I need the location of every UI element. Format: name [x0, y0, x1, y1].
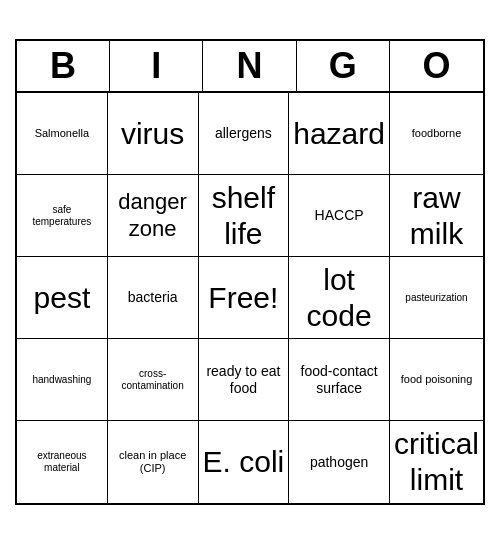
cell-text: handwashing	[32, 374, 91, 386]
bingo-cell[interactable]: ready to eat food	[199, 339, 290, 421]
cell-text: foodborne	[412, 127, 462, 140]
cell-text: hazard	[293, 116, 385, 152]
bingo-cell[interactable]: pasteurization	[390, 257, 483, 339]
bingo-cell[interactable]: bacteria	[108, 257, 199, 339]
cell-text: raw milk	[394, 180, 479, 252]
bingo-cell[interactable]: pest	[17, 257, 108, 339]
bingo-cell[interactable]: danger zone	[108, 175, 199, 257]
cell-text: Free!	[208, 280, 278, 316]
bingo-header: BINGO	[17, 41, 483, 93]
cell-text: E. coli	[203, 444, 285, 480]
bingo-cell[interactable]: virus	[108, 93, 199, 175]
cell-text: critical limit	[394, 426, 479, 498]
bingo-cell[interactable]: hazard	[289, 93, 390, 175]
bingo-cell[interactable]: food poisoning	[390, 339, 483, 421]
header-letter: N	[203, 41, 296, 91]
cell-text: clean in place (CIP)	[112, 449, 194, 475]
bingo-cell[interactable]: critical limit	[390, 421, 483, 503]
header-letter: G	[297, 41, 390, 91]
bingo-cell[interactable]: allergens	[199, 93, 290, 175]
cell-text: lot code	[293, 262, 385, 334]
cell-text: pasteurization	[405, 292, 467, 304]
bingo-cell[interactable]: pathogen	[289, 421, 390, 503]
bingo-cell[interactable]: HACCP	[289, 175, 390, 257]
cell-text: bacteria	[128, 289, 178, 306]
bingo-card: BINGO Salmonellavirusallergenshazardfood…	[15, 39, 485, 505]
header-letter: I	[110, 41, 203, 91]
bingo-cell[interactable]: food-contact surface	[289, 339, 390, 421]
cell-text: safe temperatures	[32, 204, 91, 228]
bingo-cell[interactable]: shelf life	[199, 175, 290, 257]
cell-text: food poisoning	[401, 373, 473, 386]
cell-text: ready to eat food	[203, 363, 285, 397]
cell-text: pathogen	[310, 454, 368, 471]
cell-text: extraneous material	[21, 450, 103, 474]
cell-text: food-contact surface	[293, 363, 385, 397]
bingo-cell[interactable]: extraneous material	[17, 421, 108, 503]
bingo-cell[interactable]: clean in place (CIP)	[108, 421, 199, 503]
cell-text: cross- contamination	[121, 368, 183, 392]
cell-text: danger zone	[112, 189, 194, 242]
bingo-cell[interactable]: raw milk	[390, 175, 483, 257]
bingo-cell[interactable]: Free!	[199, 257, 290, 339]
bingo-cell[interactable]: lot code	[289, 257, 390, 339]
bingo-cell[interactable]: cross- contamination	[108, 339, 199, 421]
bingo-cell[interactable]: E. coli	[199, 421, 290, 503]
cell-text: virus	[121, 116, 184, 152]
header-letter: O	[390, 41, 483, 91]
bingo-cell[interactable]: Salmonella	[17, 93, 108, 175]
cell-text: Salmonella	[35, 127, 89, 140]
bingo-cell[interactable]: foodborne	[390, 93, 483, 175]
cell-text: HACCP	[315, 207, 364, 224]
bingo-cell[interactable]: safe temperatures	[17, 175, 108, 257]
bingo-cell[interactable]: handwashing	[17, 339, 108, 421]
cell-text: shelf life	[203, 180, 285, 252]
cell-text: allergens	[215, 125, 272, 142]
header-letter: B	[17, 41, 110, 91]
cell-text: pest	[34, 280, 91, 316]
bingo-grid: Salmonellavirusallergenshazardfoodbornes…	[17, 93, 483, 503]
